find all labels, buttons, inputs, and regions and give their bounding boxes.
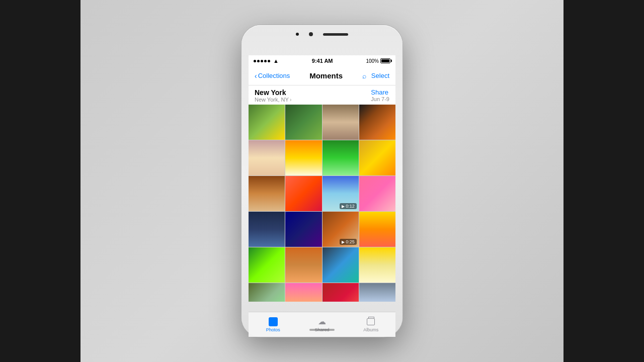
photo-cell-21[interactable] xyxy=(249,283,285,302)
side-panel-left xyxy=(0,0,80,362)
albums-tab-icon xyxy=(365,317,376,326)
photo-row-2 xyxy=(249,140,395,175)
photo-13 xyxy=(249,212,285,247)
photo-cell-17[interactable] xyxy=(249,247,285,283)
status-right: 100% xyxy=(366,58,390,64)
photo-cell-16[interactable] xyxy=(359,212,395,247)
shared-tab-icon: ☁ xyxy=(316,317,328,326)
photo-20 xyxy=(359,247,395,283)
signal-dot-2 xyxy=(257,60,260,62)
status-time: 9:41 AM xyxy=(312,58,333,64)
share-button[interactable]: Share xyxy=(371,88,389,96)
nav-bar: ‹ Collections Moments ⌕ Select xyxy=(249,66,395,85)
photo-24 xyxy=(359,283,395,302)
photo-cell-9[interactable] xyxy=(249,176,285,211)
photo-1 xyxy=(249,105,285,140)
photo-cell-2[interactable] xyxy=(285,105,321,140)
video-badge-11: ▶0:12 xyxy=(340,203,357,209)
photo-cell-3[interactable] xyxy=(323,105,359,140)
photo-row-5 xyxy=(249,247,395,283)
photo-10 xyxy=(285,176,321,211)
photo-cell-15[interactable]: ▶0:25 xyxy=(323,212,359,247)
photo-17 xyxy=(249,247,285,283)
tab-photos-label: Photos xyxy=(266,327,280,332)
photo-cell-4[interactable] xyxy=(359,105,395,140)
photo-23 xyxy=(323,283,359,302)
signal-dot-3 xyxy=(261,60,263,62)
status-left: ▲ xyxy=(254,58,279,64)
photo-row-6 xyxy=(249,283,395,302)
photo-12 xyxy=(359,176,395,211)
wifi-icon: ▲ xyxy=(273,58,279,64)
photo-cell-5[interactable] xyxy=(249,140,285,175)
photo-cell-8[interactable] xyxy=(359,140,395,175)
side-panel-right xyxy=(564,0,644,362)
chevron-right-icon: › xyxy=(290,97,291,103)
sensor-dot xyxy=(296,33,299,36)
photos-tab-icon xyxy=(268,317,279,326)
photo-cell-11[interactable]: ▶0:12 xyxy=(323,176,359,211)
photo-cell-7[interactable] xyxy=(323,140,359,175)
photo-cell-14[interactable] xyxy=(285,212,321,247)
signal-dot-4 xyxy=(264,60,267,62)
photo-cell-12[interactable] xyxy=(359,176,395,211)
battery-percent: 100% xyxy=(366,58,379,64)
photo-7 xyxy=(323,140,359,175)
photo-8 xyxy=(359,140,395,175)
photo-6 xyxy=(285,140,321,175)
photo-18 xyxy=(285,247,321,283)
battery-fill xyxy=(381,59,389,62)
home-indicator[interactable] xyxy=(309,329,335,331)
tab-albums[interactable]: Albums xyxy=(347,317,395,332)
battery-icon xyxy=(380,58,390,63)
signal-dots xyxy=(254,60,270,62)
photo-grid: ▶0:12▶0:25 xyxy=(249,105,395,302)
photo-5 xyxy=(249,140,285,175)
photo-cell-24[interactable] xyxy=(359,283,395,302)
photo-cell-1[interactable] xyxy=(249,105,285,140)
nav-back[interactable]: ‹ Collections xyxy=(255,72,290,80)
phone-top-bar xyxy=(296,32,348,36)
location-sub[interactable]: New York, NY › xyxy=(255,97,291,103)
nav-title: Moments xyxy=(309,71,343,80)
photo-cell-18[interactable] xyxy=(285,247,321,283)
photo-cell-20[interactable] xyxy=(359,247,395,283)
photo-9 xyxy=(249,176,285,211)
photo-row-1 xyxy=(249,105,395,140)
moment-header: New York New York, NY › Share Jun 7-9 xyxy=(249,85,395,105)
photo-cell-22[interactable] xyxy=(285,283,321,302)
moment-date: Jun 7-9 xyxy=(371,96,389,102)
nav-actions: ⌕ Select xyxy=(362,72,389,80)
photo-2 xyxy=(285,105,321,140)
photo-cell-13[interactable] xyxy=(249,212,285,247)
photo-cell-23[interactable] xyxy=(323,283,359,302)
select-button[interactable]: Select xyxy=(371,72,389,79)
search-icon[interactable]: ⌕ xyxy=(362,72,366,80)
tab-albums-label: Albums xyxy=(363,327,378,332)
photo-19 xyxy=(323,247,359,283)
photo-cell-10[interactable] xyxy=(285,176,321,211)
phone-device: ▲ 9:41 AM 100% ‹ Collections xyxy=(242,25,403,337)
phone-body: ▲ 9:41 AM 100% ‹ Collections xyxy=(242,25,403,337)
front-camera xyxy=(309,32,313,36)
signal-dot-1 xyxy=(254,60,256,62)
photo-21 xyxy=(249,283,285,302)
status-bar: ▲ 9:41 AM 100% xyxy=(249,55,395,66)
signal-dot-5 xyxy=(268,60,270,62)
photo-cell-19[interactable] xyxy=(323,247,359,283)
photo-row-3: ▶0:12 xyxy=(249,176,395,211)
tab-bar: Photos ☁ Shared Albums xyxy=(249,312,395,337)
moment-location: New York New York, NY › xyxy=(255,88,291,103)
phone-screen: ▲ 9:41 AM 100% ‹ Collections xyxy=(249,55,395,302)
back-arrow-icon: ‹ xyxy=(255,72,257,80)
photo-16 xyxy=(359,212,395,247)
tab-photos[interactable]: Photos xyxy=(249,317,297,332)
photo-cell-6[interactable] xyxy=(285,140,321,175)
photo-row-4: ▶0:25 xyxy=(249,212,395,247)
photo-14 xyxy=(285,212,321,247)
photo-4 xyxy=(359,105,395,140)
nav-back-label[interactable]: Collections xyxy=(258,72,290,79)
location-name: New York xyxy=(255,88,291,97)
moment-info-right: Share Jun 7-9 xyxy=(371,88,389,102)
photo-22 xyxy=(285,283,321,302)
